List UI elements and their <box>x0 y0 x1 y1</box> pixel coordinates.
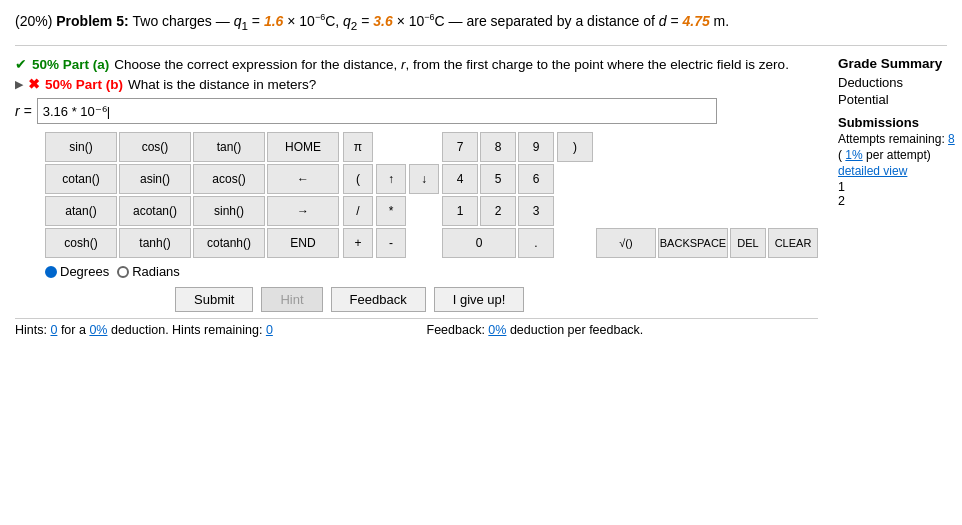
paren-open-button[interactable]: ( <box>343 164 373 194</box>
num-6[interactable]: 6 <box>518 164 554 194</box>
problem-statement: (20%) Problem 5: Two charges — q1 = 1.6 … <box>15 10 947 46</box>
part-b-line: ▶ ✖ 50% Part (b) What is the distance in… <box>15 76 818 92</box>
home-button[interactable]: HOME <box>267 132 339 162</box>
feedback-button[interactable]: Feedback <box>331 287 426 312</box>
per-attempt-suffix: per attempt) <box>866 148 931 162</box>
hints-remaining[interactable]: 0 <box>266 323 273 337</box>
degrees-label: Degrees <box>60 264 109 279</box>
num-7[interactable]: 7 <box>442 132 478 162</box>
radians-label: Radians <box>132 264 180 279</box>
arrow-up-button[interactable]: ↑ <box>376 164 406 194</box>
end-button[interactable]: END <box>267 228 339 258</box>
function-buttons: sin() cos() tan() HOME cotan() asin() ac… <box>45 132 339 258</box>
grade-summary-title: Grade Summary <box>838 56 962 71</box>
blank-num2 <box>557 196 593 226</box>
action-col: ) <box>557 132 593 258</box>
feedback-label: Feedback: <box>427 323 489 337</box>
problem-title: Problem 5: <box>56 13 132 29</box>
special-col-2: ↑ * - <box>376 132 406 258</box>
tanh-button[interactable]: tanh() <box>119 228 191 258</box>
num-8[interactable]: 8 <box>480 132 516 162</box>
minus-button[interactable]: - <box>376 228 406 258</box>
feedback-section: Feedback: 0% deduction per feedback. <box>427 323 819 337</box>
cosh-button[interactable]: cosh() <box>45 228 117 258</box>
multiply-button[interactable]: * <box>376 196 406 226</box>
num-0[interactable]: 0 <box>442 228 516 258</box>
cotanh-button[interactable]: cotanh() <box>193 228 265 258</box>
plus-button[interactable]: + <box>343 228 373 258</box>
special-col-3: ↓ <box>409 132 439 258</box>
cotan-button[interactable]: cotan() <box>45 164 117 194</box>
hints-count[interactable]: 0 <box>50 323 57 337</box>
num-2[interactable]: 2 <box>480 196 516 226</box>
num-4[interactable]: 4 <box>442 164 478 194</box>
part-b-description: What is the distance in meters? <box>128 77 316 92</box>
hints-deduction-pct[interactable]: 0% <box>89 323 107 337</box>
feedback-suffix: deduction per feedback. <box>510 323 643 337</box>
hints-deduction-suffix: deduction. Hints remaining: <box>111 323 266 337</box>
input-label: r = <box>15 103 32 119</box>
hints-label: Hints: <box>15 323 50 337</box>
answer-input[interactable] <box>37 98 717 124</box>
acotan-button[interactable]: acotan() <box>119 196 191 226</box>
sqrt-button[interactable]: √() <box>596 228 656 258</box>
calculator-area: sin() cos() tan() HOME cotan() asin() ac… <box>15 132 818 258</box>
degrees-radians: Degrees Radians <box>15 264 818 279</box>
blank-1 <box>376 132 406 162</box>
right-arrow-button[interactable]: → <box>267 196 339 226</box>
pi-button[interactable]: π <box>343 132 373 162</box>
paren-close-button[interactable]: ) <box>557 132 593 162</box>
clear-button[interactable]: CLEAR <box>768 228 818 258</box>
blank-2 <box>409 132 439 162</box>
tan-button[interactable]: tan() <box>193 132 265 162</box>
decimal-button[interactable]: . <box>518 228 554 258</box>
asin-button[interactable]: asin() <box>119 164 191 194</box>
acos-button[interactable]: acos() <box>193 164 265 194</box>
num-3[interactable]: 3 <box>518 196 554 226</box>
arrow-down-button[interactable]: ↓ <box>409 164 439 194</box>
hints-for: for a <box>61 323 90 337</box>
part-a-label: 50% Part (a) <box>32 57 109 72</box>
cos-button[interactable]: cos() <box>119 132 191 162</box>
divide-button[interactable]: / <box>343 196 373 226</box>
part-b-play-icon: ▶ <box>15 78 23 91</box>
problem-percent: (20%) <box>15 13 52 29</box>
backspace-button[interactable]: BACKSPACE <box>658 228 728 258</box>
attempts-val[interactable]: 8 <box>948 132 955 146</box>
sinh-button[interactable]: sinh() <box>193 196 265 226</box>
blank-num <box>557 164 593 194</box>
radians-radio-label[interactable]: Radians <box>117 264 180 279</box>
degrees-radio-label[interactable]: Degrees <box>45 264 109 279</box>
attempts-info: Attempts remaining: 8 <box>838 132 962 146</box>
del-button[interactable]: DEL <box>730 228 766 258</box>
submissions-section: Submissions Attempts remaining: 8 ( 1% p… <box>838 115 962 208</box>
per-attempt-pct: 1% <box>845 148 862 162</box>
sin-button[interactable]: sin() <box>45 132 117 162</box>
submit-button[interactable]: Submit <box>175 287 253 312</box>
hints-section: Hints: 0 for a 0% deduction. Hints remai… <box>15 323 407 337</box>
bdc-col: √() BACKSPACE DEL CLEAR <box>596 132 818 258</box>
action-buttons-row: Submit Hint Feedback I give up! <box>15 287 818 312</box>
num-5[interactable]: 5 <box>480 164 516 194</box>
sub-num-1: 1 <box>838 180 845 194</box>
part-a-check-icon: ✔ <box>15 56 27 72</box>
num-1[interactable]: 1 <box>442 196 478 226</box>
blank-3 <box>409 196 439 226</box>
hint-button[interactable]: Hint <box>261 287 322 312</box>
part-b-x-icon: ✖ <box>28 76 40 92</box>
input-row: r = <box>15 98 818 124</box>
per-attempt-text: ( <box>838 148 842 162</box>
feedback-pct[interactable]: 0% <box>488 323 506 337</box>
blank-num3 <box>557 228 593 258</box>
num-9[interactable]: 9 <box>518 132 554 162</box>
part-a-line: ✔ 50% Part (a) Choose the correct expres… <box>15 56 818 72</box>
attempts-label: Attempts remaining: <box>838 132 945 146</box>
give-up-button[interactable]: I give up! <box>434 287 525 312</box>
submissions-title: Submissions <box>838 115 962 130</box>
atan-button[interactable]: atan() <box>45 196 117 226</box>
backspace-left-button[interactable]: ← <box>267 164 339 194</box>
detailed-view-link[interactable]: detailed view <box>838 164 907 178</box>
detailed-view-row: detailed view <box>838 164 962 178</box>
hints-feedback-row: Hints: 0 for a 0% deduction. Hints remai… <box>15 318 818 337</box>
deductions-label: Deductions <box>838 75 903 90</box>
